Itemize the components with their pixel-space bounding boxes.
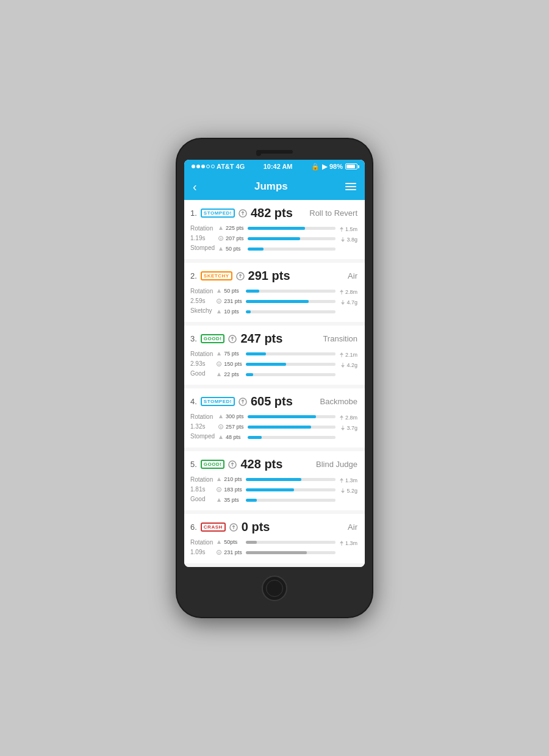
bar-row-2: 35 pts <box>217 496 336 504</box>
jump-badge: STOMPED! <box>201 209 235 218</box>
g-item: 5.2g <box>339 487 357 495</box>
phone-screen: AT&T 4G 10:42 AM 🔒 ▶ 98% ‹ Jumps <box>184 160 365 567</box>
dot3 <box>201 165 205 168</box>
jump-item-1[interactable]: 1. STOMPED! 482 pts Roll to Revert Rotat… <box>184 200 365 259</box>
bar-pts-2: 50 pts <box>226 246 245 252</box>
height-value: 1.3m <box>345 538 357 548</box>
pts-circle-icon <box>229 523 238 532</box>
bar-track-0 <box>246 541 336 544</box>
bar-fill-1 <box>248 237 300 240</box>
pts-circle-icon <box>236 272 245 280</box>
signal-dots <box>192 165 215 168</box>
detail-label: Rotation <box>190 538 213 547</box>
jump-header-left: 5. GOOD! 428 pts <box>190 457 282 471</box>
g-value: 3.8g <box>346 235 357 244</box>
bar-track-0 <box>246 352 336 355</box>
back-button[interactable]: ‹ <box>193 180 197 194</box>
detail-label: 1.32s <box>190 422 215 432</box>
jump-details: Rotation1.81sGood 210 pts 183 pts 35 pts <box>190 475 357 504</box>
dot1 <box>192 165 195 168</box>
height-value: 1.5m <box>345 224 357 234</box>
bar-pts-1: 207 pts <box>226 235 245 241</box>
bar-track-2 <box>246 373 336 376</box>
bar-row-0: 50pts <box>217 538 336 546</box>
details-bars: 300 pts 257 pts 48 pts <box>218 412 336 441</box>
jump-item-6[interactable]: 6. CRASH 0 pts Air Rotation1.09s 50pts <box>184 514 365 563</box>
bar-row-2: 48 pts <box>218 433 336 441</box>
bar-track-0 <box>248 415 336 418</box>
jump-header: 2. SKETCHY 291 pts Air <box>190 269 357 283</box>
bar-row-1: 183 pts <box>217 485 336 494</box>
jump-type: Air <box>348 271 357 280</box>
bar-pts-0: 225 pts <box>226 225 245 231</box>
speaker <box>256 150 293 154</box>
bar-pts-1: 231 pts <box>224 298 243 304</box>
bar-row-1: 231 pts <box>217 548 336 557</box>
jump-header-left: 4. STOMPED! 605 pts <box>190 394 293 408</box>
bar-icon-0 <box>218 414 223 419</box>
height-item: 1.3m <box>339 539 357 547</box>
status-left: AT&T 4G <box>192 163 245 170</box>
jump-item-5[interactable]: 5. GOOD! 428 pts Blind Judge Rotation1.8… <box>184 451 365 510</box>
bar-pts-1: 183 pts <box>224 487 243 493</box>
detail-label: Rotation <box>190 287 213 296</box>
bar-pts-0: 50 pts <box>224 288 243 294</box>
jump-item-4[interactable]: 4. STOMPED! 605 pts Backmobe Rotation1.3… <box>184 388 365 448</box>
jump-header-left: 6. CRASH 0 pts <box>190 520 270 534</box>
bar-pts-1: 257 pts <box>226 424 245 430</box>
details-right: 2.8m 3.7g <box>339 412 357 441</box>
jump-header: 5. GOOD! 428 pts Blind Judge <box>190 457 357 471</box>
details-labels: Rotation1.09s <box>190 538 213 557</box>
detail-label: Good <box>190 369 213 379</box>
bar-track-2 <box>246 310 336 313</box>
jump-badge: GOOD! <box>201 334 225 343</box>
jump-type: Backmobe <box>320 397 357 406</box>
bar-track-2 <box>248 436 336 439</box>
page-title: Jumps <box>254 180 288 193</box>
bar-track-1 <box>246 488 336 491</box>
bar-pts-0: 300 pts <box>226 413 245 419</box>
bar-row-1: 150 pts <box>217 360 336 368</box>
lock-icon: 🔒 <box>311 163 320 171</box>
bar-row-1: 257 pts <box>218 423 336 431</box>
bar-track-0 <box>248 227 336 230</box>
jump-item-2[interactable]: 2. SKETCHY 291 pts Air Rotation2.59sSket… <box>184 263 365 322</box>
bar-icon-2 <box>218 435 223 440</box>
jump-pts: 291 pts <box>248 269 290 283</box>
bar-track-0 <box>246 478 336 481</box>
bar-pts-2: 22 pts <box>224 371 243 377</box>
pts-circle-icon <box>239 398 247 406</box>
g-value: 3.7g <box>346 423 357 433</box>
phone-device: AT&T 4G 10:42 AM 🔒 ▶ 98% ‹ Jumps <box>177 139 372 617</box>
jump-details: Rotation1.19sStomped 225 pts 207 pts 50 … <box>190 224 357 253</box>
bar-icon-1 <box>218 424 223 429</box>
bar-fill-0 <box>246 290 259 293</box>
menu-line3 <box>345 189 356 190</box>
details-right: 2.8m 4.7g <box>339 287 357 316</box>
jumps-list: 1. STOMPED! 482 pts Roll to Revert Rotat… <box>184 200 365 567</box>
jump-header-left: 3. GOOD! 247 pts <box>190 332 282 346</box>
height-item: 2.8m <box>339 413 357 422</box>
bar-icon-2 <box>217 309 221 314</box>
menu-button[interactable] <box>345 183 356 190</box>
bar-fill-2 <box>246 373 253 376</box>
bar-fill-1 <box>246 300 309 303</box>
bar-track-0 <box>246 290 336 293</box>
bar-row-0: 225 pts <box>218 224 336 232</box>
height-value: 2.8m <box>345 287 357 297</box>
details-right: 1.5m 3.8g <box>339 224 357 253</box>
details-labels: Rotation1.32sStomped <box>190 412 215 441</box>
g-item: 3.7g <box>339 424 357 432</box>
home-button[interactable] <box>262 576 287 601</box>
bar-icon-2 <box>217 497 221 502</box>
dot2 <box>196 165 200 168</box>
height-item: 1.5m <box>339 225 357 234</box>
detail-label: 1.81s <box>190 485 213 494</box>
jump-item-3[interactable]: 3. GOOD! 247 pts Transition Rotation2.93… <box>184 326 365 385</box>
pts-circle-icon <box>228 460 237 469</box>
network-label: 4G <box>236 163 245 170</box>
jump-details: Rotation2.59sSketchy 50 pts 231 pts 10 p… <box>190 287 357 316</box>
jump-badge: STOMPED! <box>201 397 235 406</box>
jump-details: Rotation1.32sStomped 300 pts 257 pts 48 … <box>190 412 357 441</box>
jump-header: 4. STOMPED! 605 pts Backmobe <box>190 394 357 408</box>
